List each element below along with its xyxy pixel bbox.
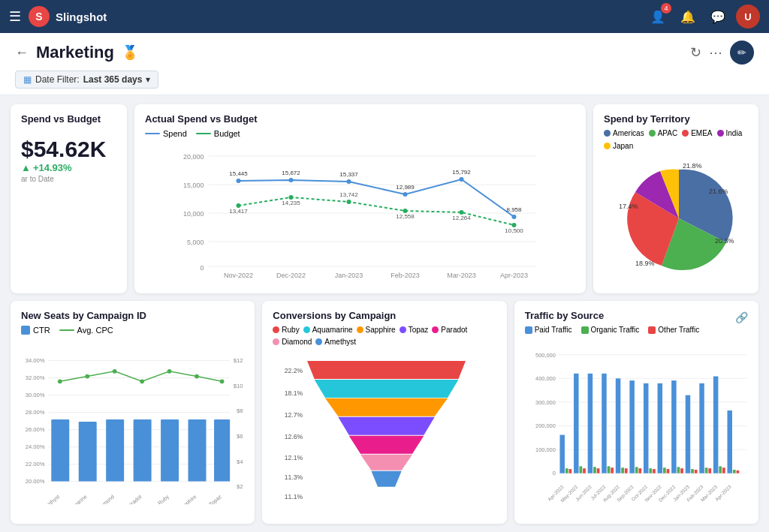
svg-rect-147 <box>713 377 719 473</box>
svg-text:30.00%: 30.00% <box>26 392 45 398</box>
other-legend-label: Other Traffic <box>658 326 699 334</box>
svg-text:Aquamarine: Aquamarine <box>62 493 88 504</box>
india-label: India <box>726 129 743 137</box>
link-icon[interactable]: 🔗 <box>735 311 748 323</box>
paid-legend-dot <box>525 326 532 334</box>
svg-text:0: 0 <box>200 264 204 272</box>
hamburger-menu[interactable]: ☰ <box>9 8 21 25</box>
svg-text:Sapphire: Sapphire <box>176 493 198 504</box>
svg-rect-130 <box>635 467 638 473</box>
svg-text:Jan-2023: Jan-2023 <box>335 272 363 279</box>
messages-icon-btn[interactable]: 💬 <box>706 5 730 29</box>
svg-text:20,000: 20,000 <box>183 153 204 161</box>
aquamarine-dot <box>303 326 310 333</box>
user-avatar[interactable]: U <box>736 5 760 29</box>
svg-text:28.00%: 28.00% <box>26 409 45 416</box>
svg-text:20.3%: 20.3% <box>715 237 734 245</box>
svg-text:20.00%: 20.00% <box>26 478 45 485</box>
app-logo: S Slingshot <box>29 6 107 27</box>
emea-label: EMEA <box>691 129 712 137</box>
svg-rect-136 <box>663 467 666 473</box>
change-arrow: ▲ <box>21 162 31 173</box>
new-seats-legend: CTR Avg. CPC <box>21 326 244 335</box>
svg-marker-99 <box>349 436 424 454</box>
svg-text:18.1%: 18.1% <box>285 389 303 397</box>
svg-rect-124 <box>607 466 610 473</box>
svg-text:Feb-2023: Feb-2023 <box>391 272 420 279</box>
new-seats-title: New Seats by Campaign ID <box>21 310 244 321</box>
organic-legend-label: Organic Traffic <box>591 326 640 334</box>
svg-rect-127 <box>621 467 624 473</box>
ruby-legend: Ruby <box>273 326 299 334</box>
cpc-legend-label: Avg. CPC <box>77 326 113 335</box>
svg-rect-67 <box>51 419 69 481</box>
topaz-label: Topaz <box>409 326 429 334</box>
spend-legend-label: Spend <box>163 129 187 138</box>
svg-rect-121 <box>593 467 596 473</box>
notifications-icon-btn[interactable]: 🔔 <box>676 5 700 29</box>
svg-text:12.6%: 12.6% <box>285 433 303 440</box>
americas-dot <box>604 130 611 137</box>
users-icon-btn[interactable]: 👤 4 <box>646 5 670 29</box>
territory-title: Spend by Territory <box>604 113 748 125</box>
svg-text:Nov-2022: Nov-2022 <box>224 272 253 279</box>
svg-rect-73 <box>214 419 230 481</box>
svg-rect-119 <box>583 468 586 473</box>
diamond-legend: Diamond <box>273 338 312 346</box>
new-seats-chart: 34.00% 32.00% 30.00% 28.00% 26.00% 24.00… <box>21 339 244 504</box>
territory-apac: APAC <box>649 129 678 137</box>
amethyst-legend: Amethyst <box>315 338 356 346</box>
svg-text:8,958: 8,958 <box>506 206 522 213</box>
svg-text:15,337: 15,337 <box>339 171 358 178</box>
diamond-label: Diamond <box>282 338 312 346</box>
spend-legend-item: Spend <box>145 129 187 138</box>
svg-text:34.00%: 34.00% <box>26 357 45 364</box>
svg-rect-122 <box>596 468 599 473</box>
svg-marker-98 <box>339 417 436 435</box>
svg-rect-71 <box>161 419 179 481</box>
conversions-title: Conversions by Campaign <box>273 310 496 321</box>
svg-rect-123 <box>602 374 607 473</box>
svg-rect-120 <box>587 374 593 473</box>
svg-rect-117 <box>574 374 579 473</box>
spend-change: ▲ +14.93% <box>21 162 116 173</box>
svg-text:15,672: 15,672 <box>282 170 300 176</box>
territory-legend: Americas APAC EMEA India Japan <box>604 129 748 150</box>
territory-india: India <box>717 129 743 137</box>
svg-point-21 <box>512 215 517 219</box>
svg-rect-149 <box>722 467 725 473</box>
svg-text:$8: $8 <box>237 407 243 414</box>
traffic-title: Traffic by Source <box>525 310 604 321</box>
svg-text:26.00%: 26.00% <box>26 426 45 433</box>
svg-rect-143 <box>694 470 697 473</box>
traffic-legend: Paid Traffic Organic Traffic Other Traff… <box>525 326 748 334</box>
back-button[interactable]: ← <box>15 45 29 61</box>
svg-text:Ruby: Ruby <box>156 493 170 504</box>
svg-text:11.1%: 11.1% <box>285 493 303 500</box>
spend-budget-title: Spend vs Budget <box>21 113 116 125</box>
main-content: Spend vs Budget $54.62K ▲ +14.93% ar to … <box>0 95 769 532</box>
svg-text:13,417: 13,417 <box>229 208 248 215</box>
date-filter-button[interactable]: ▦ Date Filter: Last 365 days ▾ <box>15 71 158 89</box>
edit-button[interactable]: ✏ <box>730 41 754 65</box>
territory-pie-chart: 21.6% 20.3% 18.9% 17.4% 21.8% <box>604 155 754 275</box>
svg-rect-140 <box>680 468 683 473</box>
apac-label: APAC <box>658 129 678 137</box>
japan-label: Japan <box>613 142 633 150</box>
svg-rect-137 <box>666 469 669 473</box>
svg-rect-139 <box>677 467 680 473</box>
paid-legend-label: Paid Traffic <box>535 326 572 334</box>
svg-text:10,000: 10,000 <box>183 210 204 218</box>
ruby-label: Ruby <box>282 326 299 334</box>
budget-legend-label: Budget <box>214 129 240 138</box>
refresh-icon[interactable]: ↻ <box>690 44 701 61</box>
svg-text:200,000: 200,000 <box>535 422 556 429</box>
svg-text:18.9%: 18.9% <box>635 260 655 267</box>
sapphire-dot <box>357 326 363 333</box>
app-name: Slingshot <box>56 11 107 23</box>
svg-marker-97 <box>325 398 448 416</box>
actual-spend-chart: 20,000 15,000 10,000 5,000 0 Nov-2022 De… <box>145 143 575 281</box>
date-filter-label: Date Filter: <box>35 74 80 85</box>
more-options-icon[interactable]: ⋯ <box>709 44 722 61</box>
svg-rect-142 <box>691 469 694 473</box>
